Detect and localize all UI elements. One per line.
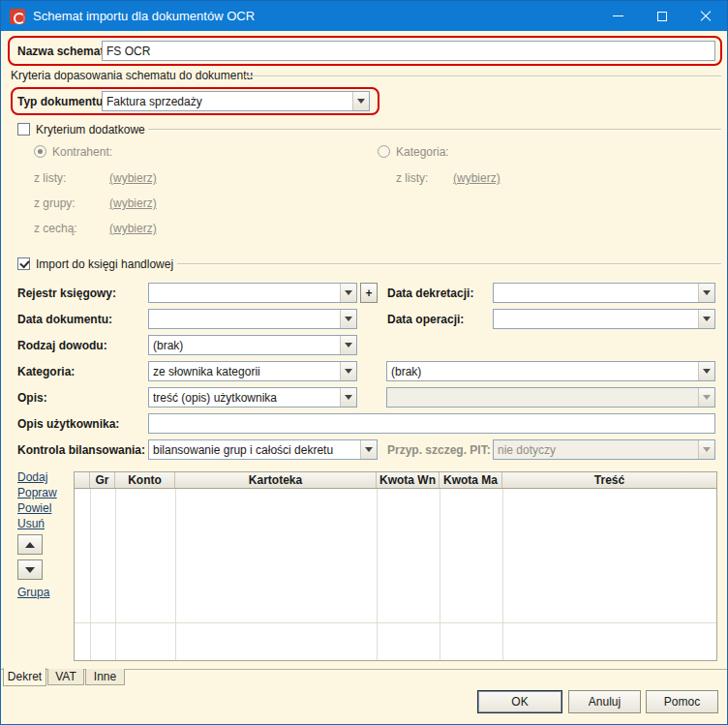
tab-inne[interactable]: Inne [85, 669, 125, 685]
grid-line [175, 489, 176, 660]
cancel-button[interactable]: Anuluj [568, 690, 641, 713]
data-dekretacji-combo[interactable] [493, 283, 715, 303]
opis-label: Opis: [17, 391, 47, 405]
chevron-down-icon[interactable] [340, 336, 356, 354]
data-operacji-combo[interactable] [493, 309, 715, 329]
grid-line [90, 489, 91, 660]
popraw-link[interactable]: Popraw [17, 486, 57, 499]
window-controls [596, 1, 727, 31]
dialog-window: Schemat importu dla dokumentów OCR Nazwa… [0, 0, 728, 725]
kategoria-extra-combo[interactable]: (brak) [386, 361, 715, 381]
pit-combo: nie dotyczy [493, 439, 715, 460]
minimize-button[interactable] [596, 1, 640, 31]
schema-name-input[interactable] [102, 41, 715, 61]
chevron-down-icon[interactable] [340, 388, 356, 407]
column-header-gr: Gr [90, 472, 115, 488]
column-header-konto: Konto [115, 472, 175, 488]
grupa-link[interactable]: Grupa [17, 586, 49, 599]
criteria-group-line [245, 76, 721, 76]
schema-name-label: Nazwa schematu: [17, 45, 115, 58]
arrow-down-icon [25, 567, 35, 573]
import-section-line [177, 263, 721, 264]
rejestr-ksiegowy-combo[interactable] [148, 283, 357, 303]
kontrahent-label: Kontrahent: [52, 145, 112, 159]
close-button[interactable] [683, 1, 727, 31]
chevron-down-icon[interactable] [698, 362, 714, 380]
data-dokumentu-combo[interactable] [148, 309, 357, 329]
opis-combo[interactable]: treść (opis) użytkownika [148, 387, 357, 408]
usun-link[interactable]: Usuń [17, 517, 45, 530]
kontrahent-z-cecha-wybierz-link: (wybierz) [109, 222, 157, 235]
opis-value: treść (opis) użytkownika [149, 388, 340, 407]
opis-uzytkownika-input[interactable] [148, 413, 715, 434]
chevron-down-icon [698, 440, 714, 459]
close-icon [700, 11, 712, 22]
kontrola-bilansowania-combo[interactable]: bilansowanie grup i całości dekretu [148, 439, 378, 460]
move-up-button[interactable] [17, 534, 43, 555]
column-header-marker [75, 472, 90, 488]
import-ksiega-label: Import do księgi handlowej [36, 257, 173, 271]
column-header-kwota-wn: Kwota Wn [377, 472, 440, 488]
extra-criterion-line [148, 129, 721, 130]
grid-line [440, 489, 440, 660]
kategoria-z-listy-wybierz-link: (wybierz) [453, 171, 500, 185]
opis-extra-combo [386, 387, 715, 408]
maximize-icon [657, 12, 667, 21]
doc-type-value: Faktura sprzedaży [103, 92, 352, 110]
kategoria-radio-label: Kategoria: [396, 145, 449, 159]
ok-button[interactable]: OK [477, 690, 562, 713]
column-header-tresc: Treść [502, 472, 716, 488]
kontrahent-z-grupy-label: z grupy: [34, 196, 76, 210]
data-operacji-label: Data operacji: [387, 313, 464, 326]
maximize-button[interactable] [640, 1, 683, 31]
chevron-down-icon[interactable] [698, 310, 714, 328]
app-icon [10, 9, 25, 24]
kontrahent-z-grupy-wybierz-link: (wybierz) [109, 196, 157, 210]
kontrola-bilansowania-label: Kontrola bilansowania: [17, 443, 145, 457]
kategoria-extra-value: (brak) [387, 362, 698, 380]
dodaj-link[interactable]: Dodaj [17, 470, 47, 484]
chevron-down-icon[interactable] [360, 440, 377, 459]
help-button[interactable]: Pomoc [646, 690, 718, 713]
window-title: Schemat importu dla dokumentów OCR [33, 9, 255, 23]
rejestr-ksiegowy-value [149, 284, 340, 302]
doc-type-combo[interactable]: Faktura sprzedaży [102, 91, 370, 111]
powiel-link[interactable]: Powiel [17, 501, 51, 515]
chevron-down-icon[interactable] [352, 92, 369, 110]
pit-label: Przyp. szczeg. PIT: [387, 443, 491, 457]
column-header-kwota-ma: Kwota Ma [440, 472, 502, 488]
kontrola-bilansowania-value: bilansowanie grup i całości dekretu [149, 440, 360, 459]
decree-table-header: Gr Konto Kartoteka Kwota Wn Kwota Ma Tre… [75, 472, 716, 489]
chevron-down-icon[interactable] [340, 284, 356, 302]
kategoria-radio [378, 145, 390, 158]
arrow-up-icon [25, 542, 35, 548]
decree-table: Gr Konto Kartoteka Kwota Wn Kwota Ma Tre… [74, 471, 717, 661]
rejestr-ksiegowy-label: Rejestr księgowy: [17, 287, 116, 300]
move-down-button[interactable] [17, 559, 43, 580]
tab-dekret[interactable]: Dekret [3, 668, 46, 686]
decree-table-body[interactable] [75, 489, 716, 660]
data-dekretacji-value [494, 284, 698, 302]
kontrahent-z-listy-wybierz-link: (wybierz) [109, 171, 157, 185]
rodzaj-dowodu-label: Rodzaj dowodu: [17, 339, 107, 352]
chevron-down-icon[interactable] [698, 284, 714, 302]
kategoria-combo[interactable]: ze słownika kategorii [148, 361, 357, 381]
chevron-down-icon[interactable] [340, 362, 356, 380]
grid-line [502, 489, 503, 660]
minimize-icon [613, 15, 623, 16]
kryterium-dodatkowe-checkbox[interactable] [17, 123, 30, 136]
kontrahent-radio [34, 145, 46, 158]
chevron-down-icon[interactable] [340, 310, 356, 328]
grid-line [115, 489, 116, 660]
kontrahent-z-listy-label: z listy: [34, 171, 66, 185]
import-ksiega-checkbox[interactable] [17, 257, 30, 270]
column-header-kartoteka: Kartoteka [175, 472, 377, 488]
opis-extra-value [387, 388, 698, 407]
kontrahent-z-cecha-label: z cechą: [34, 222, 77, 235]
tab-vat[interactable]: VAT [47, 669, 84, 685]
add-register-button[interactable]: + [360, 283, 378, 303]
kategoria-z-listy-label: z listy: [396, 171, 428, 185]
doc-type-label: Typ dokumentu: [17, 95, 106, 108]
data-dekretacji-label: Data dekretacji: [387, 287, 473, 300]
rodzaj-dowodu-combo[interactable]: (brak) [148, 335, 357, 355]
